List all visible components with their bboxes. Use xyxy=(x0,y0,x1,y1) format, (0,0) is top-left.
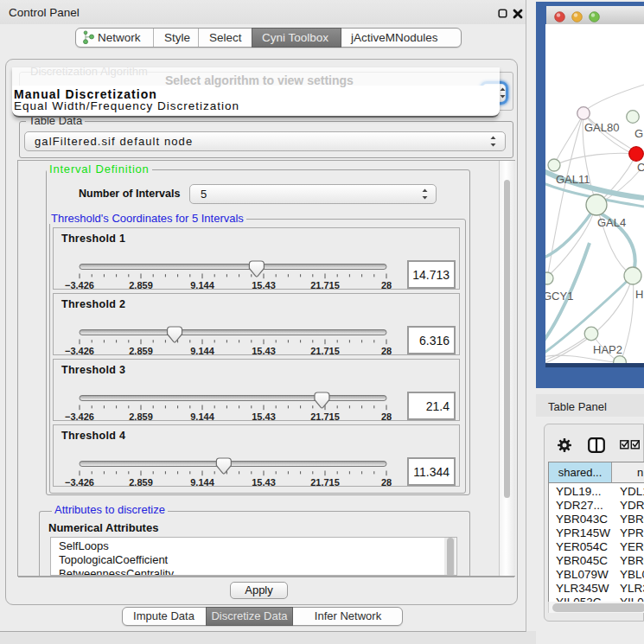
svg-text:9.144: 9.144 xyxy=(190,346,214,356)
svg-text:−3.426: −3.426 xyxy=(65,280,94,290)
svg-text:9.144: 9.144 xyxy=(190,280,214,290)
svg-text:9.144: 9.144 xyxy=(190,411,214,422)
svg-text:21.715: 21.715 xyxy=(310,411,340,422)
svg-text:28: 28 xyxy=(381,477,392,488)
svg-text:2.859: 2.859 xyxy=(129,280,153,290)
svg-text:15.43: 15.43 xyxy=(252,411,276,422)
svg-text:28: 28 xyxy=(381,346,392,356)
svg-text:15.43: 15.43 xyxy=(252,346,276,356)
svg-text:C: C xyxy=(637,161,644,174)
svg-text:HAP2: HAP2 xyxy=(593,343,622,356)
svg-text:15.43: 15.43 xyxy=(252,477,276,488)
svg-text:2.859: 2.859 xyxy=(129,411,153,422)
svg-text:GAL4: GAL4 xyxy=(597,216,626,229)
svg-text:GAL80: GAL80 xyxy=(584,121,619,134)
svg-text:15.43: 15.43 xyxy=(252,280,276,290)
svg-text:H: H xyxy=(635,288,643,301)
svg-text:G: G xyxy=(634,127,643,140)
svg-text:GCY1: GCY1 xyxy=(545,290,573,303)
svg-text:21.715: 21.715 xyxy=(310,280,340,290)
svg-text:9.144: 9.144 xyxy=(190,477,214,488)
svg-text:−3.426: −3.426 xyxy=(65,477,94,488)
svg-text:−3.426: −3.426 xyxy=(65,411,94,422)
svg-text:−3.426: −3.426 xyxy=(65,346,94,356)
svg-text:21.715: 21.715 xyxy=(310,477,340,488)
svg-text:GAL11: GAL11 xyxy=(556,173,590,186)
svg-text:28: 28 xyxy=(381,280,392,290)
svg-text:2.859: 2.859 xyxy=(129,346,153,356)
svg-text:21.715: 21.715 xyxy=(310,346,340,356)
svg-text:28: 28 xyxy=(381,411,392,422)
svg-text:2.859: 2.859 xyxy=(129,477,153,488)
